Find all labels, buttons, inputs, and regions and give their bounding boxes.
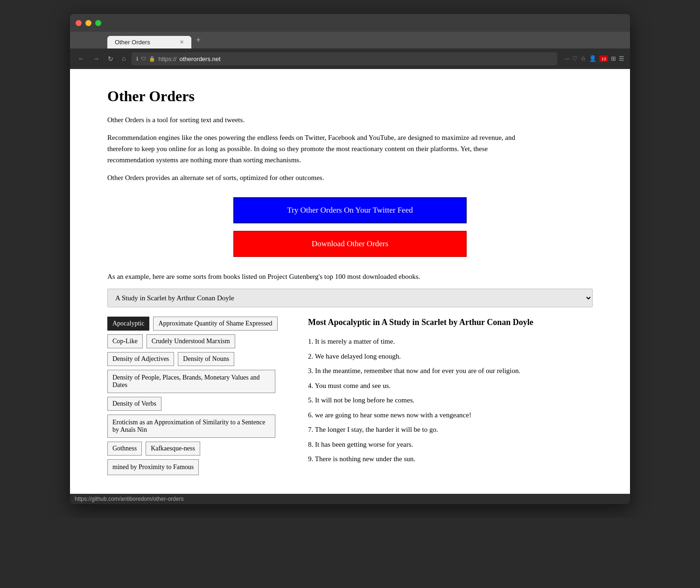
status-url: https://github.com/antiboredom/other-ord… (75, 496, 183, 502)
sorts-list: Apocalyptic Approximate Quantity of Sham… (107, 317, 285, 475)
tab-title: Other Orders (115, 39, 150, 46)
star-button[interactable]: ☆ (581, 55, 586, 62)
intro-paragraph-1: Other Orders is a tool for sorting text … (107, 114, 527, 125)
maximize-button[interactable] (95, 20, 101, 26)
home-button[interactable]: ⌂ (119, 54, 128, 63)
sort-row-3: Density of Adjectives Density of Nouns (107, 352, 285, 366)
twitter-button[interactable]: Try Other Orders On Your Twitter Feed (233, 197, 467, 223)
url-box[interactable]: ℹ 🛡 🔒 https://otherorders.net (132, 52, 557, 65)
sort-row-5: Density of Verbs (107, 397, 285, 411)
result-item-2: 2. We have delayed long enough. (308, 351, 593, 363)
sort-marxism[interactable]: Crudely Understood Marxism (147, 334, 235, 348)
sort-verbs[interactable]: Density of Verbs (107, 397, 161, 411)
result-item-8: 8. It has been getting worse for years. (308, 439, 593, 451)
url-domain: otherorders.net (179, 55, 220, 62)
forward-button[interactable]: → (91, 54, 102, 63)
browser-titlebar (70, 14, 630, 32)
result-item-9: 9. There is nothing new under the sun. (308, 453, 593, 465)
tab-close-button[interactable]: ✕ (180, 39, 184, 45)
result-item-4: 4. You must come and see us. (308, 380, 593, 392)
sort-eroticism[interactable]: Eroticism as an Approximation of Similar… (107, 415, 275, 438)
sort-people-places[interactable]: Density of People, Places, Brands, Monet… (107, 370, 275, 393)
reload-button[interactable]: ↻ (105, 54, 116, 64)
sort-row-8: mined by Proximity to Famous (107, 459, 285, 475)
page-title: Other Orders (107, 88, 593, 105)
sort-row-7: Gothness Kafkaesque-ness (107, 442, 285, 456)
shield-icon: 🛡 (141, 56, 146, 62)
page-content: Other Orders Other Orders is a tool for … (70, 69, 630, 494)
account-button[interactable]: 👤 (589, 55, 596, 62)
results-title: Most Apocalyptic in A Study in Scarlet b… (308, 317, 593, 328)
book-select[interactable]: A Study in Scarlet by Arthur Conan Doyle (107, 289, 593, 307)
intro-paragraph-2: Recommendation engines like the ones pow… (107, 132, 527, 166)
sort-row-2: Cop-Like Crudely Understood Marxism (107, 334, 285, 348)
sort-cop-like[interactable]: Cop-Like (107, 334, 143, 348)
info-icon: ℹ (136, 56, 138, 62)
sort-row-6: Eroticism as an Approximation of Similar… (107, 415, 285, 438)
sort-gothness[interactable]: Gothness (107, 442, 142, 456)
lock-icon: 🔒 (149, 56, 155, 62)
sort-nouns[interactable]: Density of Nouns (178, 352, 234, 366)
back-button[interactable]: ← (76, 54, 87, 63)
new-tab-button[interactable]: + (191, 32, 205, 48)
status-bar: https://github.com/antiboredom/other-ord… (70, 494, 630, 504)
sort-proximity-famous[interactable]: mined by Proximity to Famous (107, 459, 199, 475)
download-button[interactable]: Download Other Orders (233, 231, 467, 257)
grid-button[interactable]: ⊞ (611, 55, 616, 62)
browser-window: Other Orders ✕ + ← → ↻ ⌂ ℹ 🛡 🔒 https://o… (70, 14, 630, 504)
result-item-6: 6. we are going to hear some news now wi… (308, 409, 593, 422)
sort-shame[interactable]: Approximate Quantity of Shame Expressed (153, 317, 277, 331)
menu-button[interactable]: ☰ (619, 55, 624, 62)
sort-row-4: Density of People, Places, Brands, Monet… (107, 370, 285, 393)
results-list: 1. It is merely a matter of time. 2. We … (308, 336, 593, 465)
browser-actions: ··· ♡ ☆ 👤 10 ⊞ ☰ (565, 55, 624, 62)
close-button[interactable] (76, 20, 82, 26)
example-text: As an example, here are some sorts from … (107, 271, 593, 282)
active-tab[interactable]: Other Orders ✕ (107, 36, 191, 48)
sort-row-1: Apocalyptic Approximate Quantity of Sham… (107, 317, 285, 331)
sort-adjectives[interactable]: Density of Adjectives (107, 352, 174, 366)
extensions-button[interactable]: ··· (565, 55, 569, 62)
result-item-1: 1. It is merely a matter of time. (308, 336, 593, 348)
url-scheme: https:// (158, 55, 176, 62)
intro-paragraph-3: Other Orders provides an alternate set o… (107, 172, 527, 183)
minimize-button[interactable] (85, 20, 91, 26)
bookmark-button[interactable]: ♡ (572, 55, 578, 62)
results-panel: Most Apocalyptic in A Study in Scarlet b… (299, 317, 593, 468)
tab-bar: Other Orders ✕ + (70, 32, 630, 48)
ublock-button[interactable]: 10 (599, 55, 608, 62)
sort-kafkaesque[interactable]: Kafkaesque-ness (146, 442, 200, 456)
sorts-layout: Apocalyptic Approximate Quantity of Sham… (107, 317, 593, 475)
address-bar: ← → ↻ ⌂ ℹ 🛡 🔒 https://otherorders.net ··… (70, 48, 630, 69)
cta-section: Try Other Orders On Your Twitter Feed Do… (107, 197, 593, 257)
sort-apocalyptic[interactable]: Apocalyptic (107, 317, 149, 331)
result-item-5: 5. It will not be long before he comes. (308, 394, 593, 407)
result-item-7: 7. The longer I stay, the harder it will… (308, 424, 593, 436)
result-item-3: 3. In the meantime, remember that now an… (308, 365, 593, 377)
